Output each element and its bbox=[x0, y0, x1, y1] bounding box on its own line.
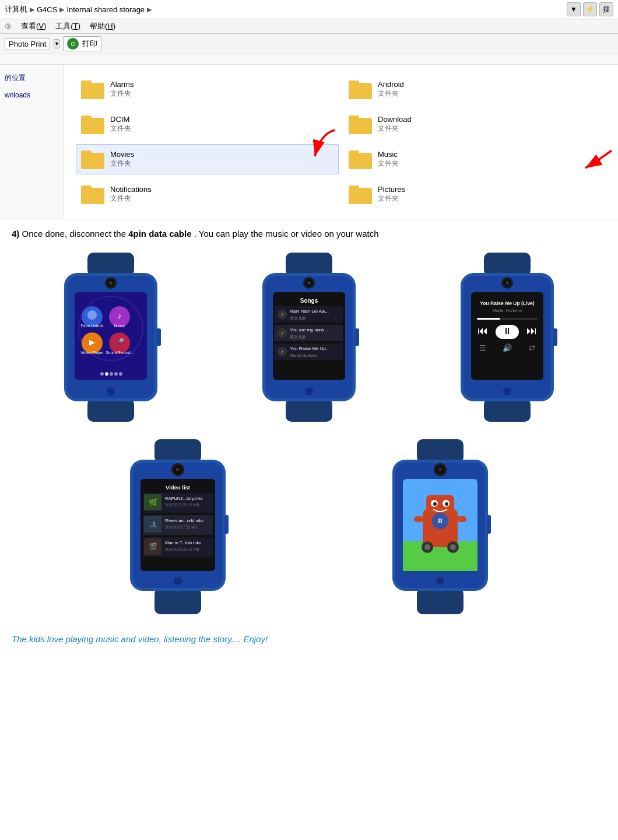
svg-point-121 bbox=[436, 577, 444, 585]
watch4-container: Video list 🌿 RAPUNZ...tory.mkv 3/13/2023… bbox=[47, 433, 309, 620]
svg-rect-84 bbox=[154, 588, 201, 614]
svg-rect-83 bbox=[154, 439, 201, 463]
svg-text:Music: Music bbox=[114, 324, 125, 328]
svg-rect-111 bbox=[417, 439, 464, 463]
dropdown-button[interactable]: ▼ bbox=[567, 2, 581, 16]
menu-bar: ③ 查看(V) 工具(T) 帮助(H) bbox=[0, 19, 618, 34]
svg-text:🌿: 🌿 bbox=[149, 498, 157, 506]
folder-dcim[interactable]: DCIM 文件夹 bbox=[76, 109, 339, 139]
svg-point-90 bbox=[176, 468, 180, 471]
watch2-container: Songs ♪ Rain Rain Go Aw... 英文儿歌 ♪ You ar… bbox=[210, 247, 408, 428]
photo-print-dropdown[interactable]: ▼ bbox=[54, 39, 59, 48]
sidebar-location: 的位置 bbox=[5, 72, 59, 85]
folder-icon-android bbox=[349, 79, 372, 99]
svg-text:3/13/2023  7.52 MB: 3/13/2023 7.52 MB bbox=[165, 525, 197, 529]
svg-point-118 bbox=[438, 468, 442, 471]
svg-text:Martin Hurkens: Martin Hurkens bbox=[290, 354, 318, 358]
folder-name-alarms: Alarms bbox=[110, 80, 134, 89]
folder-pictures[interactable]: Pictures 文件夹 bbox=[343, 179, 606, 209]
sidebar: 的位置 wnloads bbox=[0, 65, 64, 219]
folder-icon-pictures bbox=[349, 184, 372, 204]
svg-rect-112 bbox=[417, 588, 464, 614]
svg-rect-136 bbox=[414, 516, 423, 522]
svg-point-27 bbox=[100, 372, 104, 376]
folder-icon-download bbox=[349, 114, 372, 134]
svg-point-131 bbox=[445, 502, 448, 506]
svg-text:英文儿歌: 英文儿歌 bbox=[290, 316, 306, 320]
photo-print-button[interactable]: Photo Print bbox=[5, 38, 50, 50]
folder-icon-notifications bbox=[81, 184, 104, 204]
folder-name-notifications: Notifications bbox=[110, 185, 152, 194]
breadcrumb-computer[interactable]: 计算机 bbox=[5, 4, 27, 15]
svg-rect-91 bbox=[224, 515, 229, 534]
print-button[interactable]: ⊙ 打印 bbox=[63, 36, 101, 51]
folder-name-pictures: Pictures bbox=[378, 185, 405, 194]
folder-download[interactable]: Download 文件夹 bbox=[343, 109, 606, 139]
explorer-content: 的位置 wnloads Alarms 文件夹 Android 文件夹 bbox=[0, 65, 618, 219]
svg-text:R: R bbox=[438, 518, 443, 524]
folder-name-download: Download bbox=[378, 115, 412, 124]
folder-android[interactable]: Android 文件夹 bbox=[343, 74, 606, 104]
folder-grid-wrapper: Alarms 文件夹 Android 文件夹 DCIM 文件夹 bbox=[64, 65, 618, 219]
svg-text:Video list: Video list bbox=[166, 484, 191, 491]
menu-help[interactable]: 帮助(H) bbox=[90, 21, 115, 32]
watch2-svg: Songs ♪ Rain Rain Go Aw... 英文儿歌 ♪ You ar… bbox=[251, 253, 367, 422]
menu-view[interactable]: 查看(V) bbox=[21, 21, 46, 32]
step-number: 4) bbox=[12, 229, 19, 239]
svg-rect-33 bbox=[286, 398, 332, 422]
folder-icon-movies bbox=[81, 149, 104, 169]
svg-rect-10 bbox=[156, 328, 161, 346]
watch1-svg: Face Unlock ♪ Music ▶ Video Player 🎤 Sou… bbox=[52, 253, 169, 422]
instruction-bold: 4pin data cable bbox=[128, 229, 191, 239]
print-label: 打印 bbox=[82, 38, 97, 49]
folder-music[interactable]: Music 文件夹 bbox=[343, 144, 606, 174]
svg-text:🎤: 🎤 bbox=[115, 337, 125, 347]
watch3-container: You Raise Me Up (Live) Martin Hurkens ⏮ … bbox=[408, 247, 606, 428]
svg-text:英文儿歌: 英文儿歌 bbox=[290, 335, 306, 339]
svg-point-9 bbox=[109, 281, 113, 285]
action-bar: Photo Print ▼ ⊙ 打印 bbox=[0, 34, 618, 54]
svg-text:Rivers an...orld.mkv: Rivers an...orld.mkv bbox=[165, 518, 204, 523]
breadcrumb-g4cs[interactable]: G4CS bbox=[37, 5, 57, 14]
breadcrumb-arrow-2: ▶ bbox=[59, 6, 64, 13]
svg-point-93 bbox=[174, 577, 182, 585]
svg-text:🏞: 🏞 bbox=[149, 520, 156, 528]
svg-rect-127 bbox=[426, 495, 454, 512]
svg-text:Video Player: Video Player bbox=[80, 351, 104, 355]
folder-movies[interactable]: Movies 文件夹 bbox=[76, 144, 339, 174]
svg-point-31 bbox=[119, 372, 122, 376]
svg-text:Martin Hurkens: Martin Hurkens bbox=[493, 308, 522, 313]
folder-alarms[interactable]: Alarms 文件夹 bbox=[76, 74, 339, 104]
svg-text:♪: ♪ bbox=[281, 312, 284, 317]
refresh-button[interactable]: ⚡ bbox=[583, 2, 597, 16]
svg-rect-119 bbox=[487, 515, 491, 534]
instruction-text-2: . You can play the music or video on you… bbox=[194, 229, 379, 239]
instruction-section: 4) Once done, disconnect the 4pin data c… bbox=[0, 219, 618, 247]
folder-name-android: Android bbox=[378, 80, 404, 89]
svg-text:▶: ▶ bbox=[89, 338, 95, 346]
watch5-container: R bbox=[309, 433, 571, 620]
folder-type-movies: 文件夹 bbox=[110, 159, 134, 169]
svg-text:⇄: ⇄ bbox=[529, 344, 535, 352]
breadcrumb-arrow-3: ▶ bbox=[147, 6, 152, 13]
folder-name-music: Music bbox=[378, 150, 399, 159]
svg-rect-2 bbox=[87, 253, 134, 276]
breadcrumb-arrow-1: ▶ bbox=[30, 6, 34, 13]
folder-type-alarms: 文件夹 bbox=[110, 89, 134, 99]
breadcrumb-storage[interactable]: Internal shared storage bbox=[66, 5, 145, 14]
folder-grid: Alarms 文件夹 Android 文件夹 DCIM 文件夹 bbox=[64, 65, 618, 219]
svg-point-29 bbox=[110, 372, 113, 376]
svg-text:3/13/2023  29.33 MB: 3/13/2023 29.33 MB bbox=[165, 547, 199, 551]
watches-bottom-row: Video list 🌿 RAPUNZ...tory.mkv 3/13/2023… bbox=[0, 433, 618, 620]
folder-name-movies: Movies bbox=[110, 150, 134, 159]
watch5-svg: R bbox=[382, 439, 498, 614]
svg-point-67 bbox=[505, 281, 509, 285]
folder-notifications[interactable]: Notifications 文件夹 bbox=[76, 179, 339, 209]
svg-text:You are my suns...: You are my suns... bbox=[290, 327, 328, 332]
folder-icon-alarms bbox=[81, 79, 104, 99]
menu-tools[interactable]: 工具(T) bbox=[55, 21, 80, 32]
svg-text:Face Unlock: Face Unlock bbox=[81, 324, 104, 328]
svg-text:Rain Rain Go Aw...: Rain Rain Go Aw... bbox=[290, 309, 329, 314]
extra-button[interactable]: 搜 bbox=[599, 2, 613, 16]
folder-type-dcim: 文件夹 bbox=[110, 124, 131, 134]
